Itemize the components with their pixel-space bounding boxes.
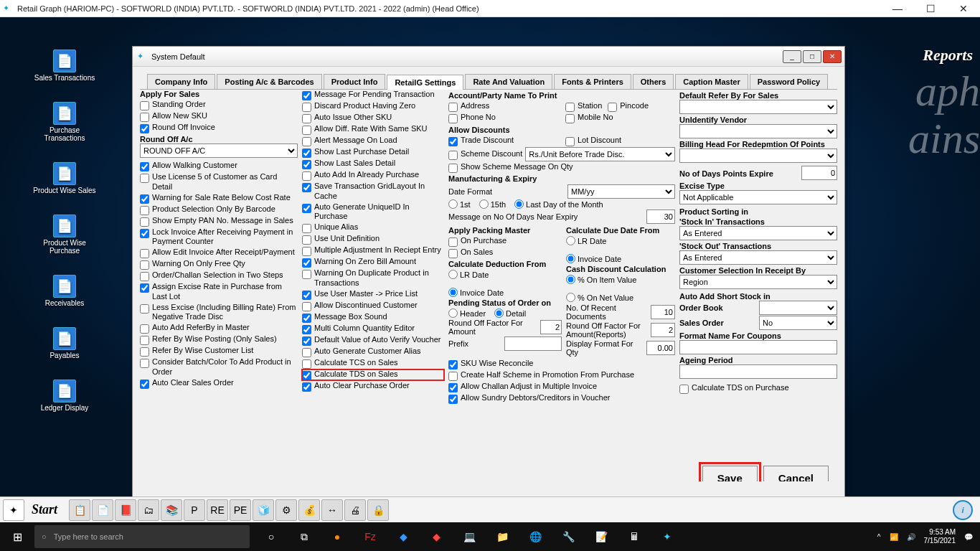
product-selection-only-by-barcode-checkbox[interactable] [140, 206, 149, 215]
date-1st-radio[interactable]: 1st [448, 199, 471, 209]
cust-sel-receipt-select[interactable]: Region [679, 275, 837, 289]
assign-excise-rate-in-purchase-from-last-lot-checkbox[interactable] [140, 283, 149, 293]
desk-sales-transactions[interactable]: 📄Sales Transactions [34, 50, 95, 82]
ageing-input[interactable] [679, 364, 837, 379]
alert-message-on-load-checkbox[interactable] [302, 137, 311, 146]
cash-item-radio[interactable]: % On Item Value [566, 275, 675, 284]
launcher-icon-14[interactable]: 🔒 [367, 499, 389, 521]
taskbar-app-2[interactable]: Fz [354, 522, 386, 551]
taskbar-app-4[interactable]: ◆ [420, 522, 452, 551]
prefix-input[interactable] [504, 336, 562, 351]
trade-discount-checkbox[interactable] [448, 137, 458, 146]
round-off-ac-select[interactable]: ROUND OFF A/C [140, 143, 298, 158]
tab-product-info[interactable]: Product Info [324, 74, 386, 89]
date-15th-radio[interactable]: 15th [479, 199, 506, 209]
launcher-icon-1[interactable]: 📋 [69, 499, 90, 521]
maximize-button[interactable]: ☐ [914, 0, 947, 17]
desk-product-wise-purchase[interactable]: 📄Product Wise Purchase [29, 215, 100, 255]
cash-net-radio[interactable]: % On Net Value [566, 293, 675, 302]
coupons-input[interactable] [679, 340, 837, 354]
allow-discontinued-customer-checkbox[interactable] [302, 302, 311, 311]
taskbar-app-1[interactable]: ● [321, 522, 353, 551]
desk-purchase-transactions[interactable]: 📄Purchase Transactions [29, 102, 100, 142]
message-box-sound-checkbox[interactable] [302, 314, 311, 323]
tab-caption-master[interactable]: Caption Master [675, 74, 748, 89]
show-last-purchase-detail-checkbox[interactable] [302, 149, 311, 158]
calculate-tcs-on-sales-checkbox[interactable] [302, 359, 311, 369]
tab-fonts-printers[interactable]: Fonts & Printers [554, 74, 631, 89]
less-excise-including-billing-rate-from-negative-trade-disc-checkbox[interactable] [140, 304, 149, 314]
windows-start-button[interactable]: ⊞ [0, 522, 34, 551]
tds-purchase-checkbox[interactable] [679, 385, 689, 394]
warning-on-duplicate-product-in-transactions-checkbox[interactable] [302, 270, 311, 279]
auto-clear-purchase-order-checkbox[interactable] [302, 382, 311, 392]
due-inv-radio[interactable]: Invoice Date [566, 254, 675, 263]
pincode-checkbox[interactable] [608, 103, 617, 112]
desk-receivables[interactable]: 📄Receivables [45, 275, 84, 307]
launcher-icon-3[interactable]: 📕 [115, 499, 136, 521]
rof-reports-input[interactable] [651, 323, 675, 337]
show-scheme-msg-checkbox[interactable] [448, 164, 458, 173]
order-challan-selection-in-two-steps-checkbox[interactable] [140, 272, 149, 281]
taskbar-taskview-icon[interactable]: ⧉ [288, 522, 320, 551]
lot-discount-checkbox[interactable] [565, 137, 575, 146]
tab-others[interactable]: Others [633, 74, 674, 89]
on-sales-checkbox[interactable] [448, 249, 458, 258]
desk-product-wise-sales[interactable]: 📄Product Wise Sales [33, 162, 95, 194]
tab-company-info[interactable]: Company Info [147, 74, 215, 89]
taskbar-app-11[interactable]: ✦ [651, 522, 683, 551]
unique-alias-checkbox[interactable] [302, 224, 311, 233]
tray-chevron-icon[interactable]: ^ [877, 533, 881, 541]
dialog-close-button[interactable]: ✕ [823, 50, 842, 63]
save-transaction-gridlayout-in-cache-checkbox[interactable] [302, 183, 311, 192]
days-expire-input[interactable] [801, 166, 837, 180]
cancel-button[interactable]: Cancel [763, 466, 829, 481]
taskbar-app-10[interactable]: 🖩 [618, 522, 650, 551]
tray-volume-icon[interactable]: 🔊 [907, 533, 915, 541]
display-fmt-qty-input[interactable] [646, 341, 675, 355]
allow-new-sku-checkbox[interactable] [140, 113, 149, 122]
deduct-inv-radio[interactable]: Invoice Date [448, 288, 562, 297]
date-last-radio[interactable]: Last Day of the Month [514, 199, 603, 209]
discard-product-having-zero-checkbox[interactable] [302, 103, 311, 112]
tray-notifications-icon[interactable]: 💬 [964, 533, 973, 541]
tab-posting-a-c-barcodes[interactable]: Posting A/c & Barcodes [217, 74, 321, 89]
consider-batch-color-to-add-product-in-order-checkbox[interactable] [140, 359, 149, 368]
warning-on-only-free-qty-checkbox[interactable] [140, 260, 149, 270]
allow-sundry-debtors-creditors-in-voucher-checkbox[interactable] [448, 395, 458, 404]
auto-add-in-already-purchase-checkbox[interactable] [302, 171, 311, 181]
use-license-of-customer-as-card-detail-checkbox[interactable] [140, 174, 149, 183]
msg-days-expiry-input[interactable] [646, 209, 675, 224]
recent-docs-input[interactable] [651, 305, 675, 319]
taskbar-cortana-icon[interactable]: ○ [255, 522, 287, 551]
refer-by-wise-customer-list-checkbox[interactable] [140, 347, 149, 357]
round-off-invoice-checkbox[interactable] [140, 124, 149, 133]
close-button[interactable]: ✕ [947, 0, 980, 17]
tab-password-policy[interactable]: Password Policy [750, 74, 828, 89]
on-purchase-checkbox[interactable] [448, 237, 458, 247]
billing-head-select[interactable] [679, 149, 837, 163]
launcher-app-icon[interactable]: ✦ [3, 499, 24, 521]
calculate-tds-on-sales-checkbox[interactable] [302, 371, 311, 380]
taskbar-app-3[interactable]: ◆ [387, 522, 419, 551]
warning-for-sale-rate-below-cost-rate-checkbox[interactable] [140, 194, 149, 204]
auto-generate-uniqueid-in-purchase-checkbox[interactable] [302, 204, 311, 213]
unidentify-vendor-select[interactable] [679, 124, 837, 138]
salesorder-select[interactable]: No [759, 316, 837, 330]
desk-payables[interactable]: 📄Payables [50, 327, 79, 359]
sku-wise-reconcile-checkbox[interactable] [448, 360, 458, 369]
auto-generate-customer-alias-checkbox[interactable] [302, 348, 311, 357]
launcher-icon-12[interactable]: ↔ [321, 499, 343, 521]
dialog-maximize-button[interactable]: □ [803, 50, 821, 63]
minimize-button[interactable]: — [881, 0, 914, 17]
stockin-select[interactable]: As Entered [679, 226, 837, 240]
use-user-master-price-list-checkbox[interactable] [302, 291, 311, 300]
message-for-pending-transaction-checkbox[interactable] [302, 91, 311, 100]
stockout-select[interactable]: As Entered [679, 250, 837, 265]
allow-walking-customer-checkbox[interactable] [140, 162, 149, 171]
create-half-scheme-in-promotion-from-purchase-checkbox[interactable] [448, 372, 458, 381]
launcher-icon-2[interactable]: 📄 [92, 499, 113, 521]
taskbar-search[interactable]: ○ Type here to search [34, 525, 250, 548]
launcher-icon-9[interactable]: 🧊 [253, 499, 274, 521]
multi-column-quantity-editor-checkbox[interactable] [302, 325, 311, 334]
